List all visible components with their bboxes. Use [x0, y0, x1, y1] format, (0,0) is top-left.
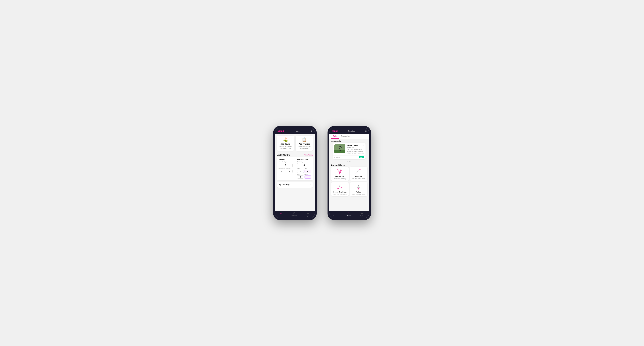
- svg-line-8: [338, 169, 340, 174]
- wedge-ladder-card[interactable]: Wedge Ladder 50–100 yds ☆ Play 1 shot at…: [333, 143, 366, 159]
- approach-desc: Dial-in to hit the green: [352, 178, 365, 179]
- page-title: Home: [295, 130, 300, 132]
- ott-stat: OTT 0: [297, 168, 304, 173]
- logo-practice: clippd: [332, 130, 338, 132]
- arg-label: ARG: [297, 174, 304, 175]
- page-title-practice: Practice: [348, 130, 356, 132]
- dot-2: [349, 162, 350, 162]
- nav-capture[interactable]: ⊕ Capture: [306, 212, 310, 217]
- add-round-title: Add Round: [281, 143, 290, 145]
- capture-nav-icon: ⊕: [307, 212, 309, 215]
- putt-value: 4: [304, 175, 311, 178]
- practice-scroll: Most Popular: [329, 139, 369, 211]
- svg-point-14: [337, 169, 338, 170]
- svg-point-33: [359, 187, 360, 188]
- skill-approach[interactable]: Approach Dial-in to hit the green: [350, 167, 367, 181]
- arg-stat: ARG 0: [297, 174, 304, 178]
- drill-info: Wedge Ladder 50–100 yds ☆ Play 1 shot at…: [347, 144, 364, 154]
- arg-value: 0: [297, 175, 304, 178]
- action-cards: ⛳ Add Round Record your shots fast or en…: [275, 134, 315, 153]
- app-value: 4: [304, 170, 311, 173]
- svg-line-11: [340, 169, 341, 174]
- nav-home-2[interactable]: ⌂ Home: [334, 212, 337, 217]
- around-green-name: Around The Green: [332, 191, 347, 193]
- add-practice-title: Add Practice: [299, 143, 310, 145]
- svg-point-20: [358, 171, 358, 172]
- svg-point-16: [356, 173, 356, 174]
- add-round-desc: Record your shots fast or enhanced mode: [278, 146, 293, 149]
- nav-capture-2[interactable]: ⊕ Capture: [360, 212, 365, 217]
- shots-label: ● 9 shots: [334, 156, 340, 158]
- drill-card-wrapper: Wedge Ladder 50–100 yds ☆ Play 1 shot at…: [331, 143, 367, 159]
- capture-nav-icon-2: ⊕: [361, 212, 363, 215]
- dot-1: [347, 162, 348, 162]
- home-scroll: ⛳ Add Round Record your shots fast or en…: [275, 134, 315, 211]
- star-icon[interactable]: ☆: [362, 144, 364, 147]
- nav-activities-2[interactable]: ⚇ Activities: [346, 212, 352, 217]
- drill-desc: Play 1 shot at each target yardage. If y…: [347, 149, 364, 154]
- app-label: APP: [304, 168, 311, 170]
- activities-nav-icon-2: ⚇: [348, 212, 350, 215]
- drill-card-top: Wedge Ladder 50–100 yds ☆ Play 1 shot at…: [333, 143, 366, 155]
- around-green-icon-area: [336, 183, 344, 190]
- rounds-title: Rounds: [279, 159, 293, 160]
- nav-home[interactable]: ⌂ Home: [279, 212, 283, 217]
- svg-point-15: [342, 169, 342, 170]
- phone-practice: clippd Practice ≡ Drills Favourites Most…: [328, 126, 371, 220]
- tournament-stat: Tournament 0: [279, 168, 285, 173]
- stats-card: Rounds Rounds Capture 0 Tournament 0 Pra…: [277, 157, 313, 180]
- tab-favourites[interactable]: Favourites: [339, 134, 352, 139]
- skill-around-green[interactable]: Around The Green Hone your short game: [331, 182, 349, 196]
- rounds-capture-value: 0: [279, 163, 293, 168]
- stats-row: Rounds Rounds Capture 0 Tournament 0 Pra…: [279, 159, 311, 178]
- nav-activities[interactable]: ⚇ Activities: [291, 212, 297, 217]
- drill-distance: 50–100 yds: [347, 147, 358, 148]
- skill-off-the-tee[interactable]: Off The Tee Power and accuracy: [331, 167, 349, 181]
- app-stat: APP 4: [304, 168, 311, 173]
- drill-name: Wedge Ladder: [347, 144, 358, 146]
- add-round-icon: ⛳: [283, 137, 288, 142]
- svg-point-35: [360, 188, 360, 189]
- drills-title: Practice Drills: [297, 159, 311, 160]
- view-activity-link[interactable]: View Activity: [304, 154, 313, 156]
- home-nav-icon: ⌂: [280, 212, 282, 215]
- drills-mini-stats-2: ARG 0 PUTT 4: [297, 174, 311, 178]
- add-round-card[interactable]: ⛳ Add Round Record your shots fast or en…: [277, 136, 294, 151]
- menu-icon[interactable]: ≡: [311, 130, 312, 132]
- add-practice-desc: Capture your practice off-the-course: [297, 146, 312, 149]
- my-golf-bag-label: My Golf Bag: [279, 184, 290, 186]
- approach-icon-area: [354, 168, 362, 175]
- add-practice-icon: 📋: [302, 137, 307, 142]
- rounds-capture-label: Rounds Capture: [279, 161, 293, 163]
- rounds-section: Rounds Rounds Capture 0 Tournament 0 Pra…: [279, 159, 293, 178]
- drills-capture-value: 8: [297, 163, 311, 168]
- tournament-label: Tournament: [279, 168, 285, 170]
- drill-name-group: Wedge Ladder 50–100 yds: [347, 144, 358, 148]
- svg-line-9: [339, 169, 340, 174]
- my-golf-bag-row[interactable]: My Golf Bag ›: [277, 182, 313, 188]
- drills-capture-label: Drills Capture: [297, 161, 311, 163]
- bottom-nav-practice: ⌂ Home ⚇ Activities ⊕ Capture: [329, 211, 369, 218]
- drills-section: Practice Drills Drills Capture 8 OTT 0 A…: [297, 159, 311, 178]
- add-practice-card[interactable]: 📋 Add Practice Capture your practice off…: [296, 136, 313, 151]
- svg-line-12: [340, 169, 342, 174]
- drill-card-bottom: ● 9 shots APP: [333, 155, 366, 159]
- capture-nav-label-2: Capture: [360, 215, 365, 217]
- practice-tabs: Drills Favourites: [329, 134, 369, 139]
- around-green-desc: Hone your short game: [333, 193, 346, 195]
- top-bar-practice: clippd Practice ≡: [329, 128, 369, 134]
- most-popular-label: Most Popular: [329, 139, 369, 143]
- drill-header: Wedge Ladder 50–100 yds ☆: [347, 144, 364, 148]
- svg-line-27: [340, 187, 342, 188]
- home-nav-icon-2: ⌂: [334, 212, 336, 215]
- putting-desc: Make and lag practice: [352, 193, 365, 195]
- off-tee-icon-area: [336, 168, 344, 175]
- bottom-nav-home: ⌂ Home ⚇ Activities ⊕ Capture: [275, 211, 315, 218]
- skill-grid: Off The Tee Power and accuracy: [329, 167, 369, 198]
- tab-drills[interactable]: Drills: [331, 134, 339, 139]
- tournament-value: 0: [279, 170, 285, 173]
- activities-nav-label-2: Activities: [346, 215, 352, 217]
- off-tee-name: Off The Tee: [336, 176, 344, 177]
- skill-putting[interactable]: Putting Make and lag practice: [350, 182, 367, 196]
- menu-icon-practice[interactable]: ≡: [365, 130, 366, 132]
